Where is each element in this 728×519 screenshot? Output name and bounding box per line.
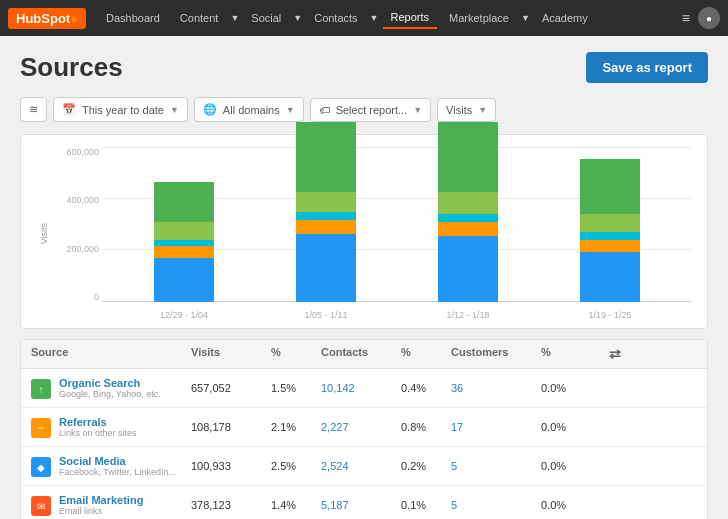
email-marketing-link[interactable]: Email Marketing [59,494,143,506]
stacked-bar-3 [438,122,498,302]
col-customers: Customers [451,346,541,362]
organic-contacts[interactable]: 10,142 [321,382,401,394]
col-visits: Visits [191,346,271,362]
col-contacts-pct: % [401,346,451,362]
page-title: Sources [20,52,123,83]
table-row: ↑ Organic Search Google, Bing, Yahoo, et… [21,369,707,408]
col-source: Source [31,346,191,362]
organic-search-link[interactable]: Organic Search [59,377,161,389]
email-marketing-icon: ✉ [31,496,51,516]
organic-contacts-pct: 0.4% [401,382,451,394]
social-customers[interactable]: 5 [451,460,541,472]
email-contacts-pct: 0.1% [401,499,451,511]
stacked-bar-1 [154,182,214,302]
chart-container: Visits 600,000 400,000 200,000 0 [20,134,708,329]
activity-icon: ≋ [29,103,38,116]
nav-contacts[interactable]: Contacts [306,8,365,28]
y-label-0: 0 [94,292,99,302]
nav-content[interactable]: Content [172,8,227,28]
email-contacts[interactable]: 5,187 [321,499,401,511]
chevron-down-icon: ▼ [170,105,179,115]
social-contacts[interactable]: 2,524 [321,460,401,472]
date-range-filter[interactable]: 📅 This year to date ▼ [53,97,188,122]
data-table: Source Visits % Contacts % Customers % ⇄… [20,339,708,519]
col-customers-pct: % [541,346,591,362]
table-row: ✉ Email Marketing Email links 378,123 1.… [21,486,707,519]
email-visits: 378,123 [191,499,271,511]
top-navigation: HubSpot● Dashboard Content ▼ Social ▼ Co… [0,0,728,36]
source-cell-organic: ↑ Organic Search Google, Bing, Yahoo, et… [31,377,191,399]
referrals-contacts[interactable]: 2,227 [321,421,401,433]
social-visits-pct: 2.5% [271,460,321,472]
organic-customers[interactable]: 36 [451,382,541,394]
referrals-contacts-pct: 0.8% [401,421,451,433]
metric-label: Visits [446,104,472,116]
referrals-customers-pct: 0.0% [541,421,591,433]
social-customers-pct: 0.0% [541,460,591,472]
social-media-desc: Facebook, Twitter, LinkedIn... [59,467,176,477]
domain-filter[interactable]: 🌐 All domains ▼ [194,97,304,122]
bar-group-3[interactable] [436,122,501,302]
user-avatar[interactable]: ● [698,7,720,29]
y-label-600k: 600,000 [66,147,99,157]
save-as-report-button[interactable]: Save as report [586,52,708,83]
nav-social[interactable]: Social [243,8,289,28]
bar-group-1[interactable] [152,182,217,302]
social-visits: 100,933 [191,460,271,472]
nav-reports[interactable]: Reports [383,7,438,29]
stacked-bar-4 [580,159,640,302]
calendar-icon: 📅 [62,103,76,116]
page-header: Sources Save as report [20,52,708,83]
bar-group-2[interactable] [294,122,359,302]
table-row: ~ Referrals Links on other sites 108,178… [21,408,707,447]
nav-right-controls: ≡ ● [682,7,720,29]
nav-academy[interactable]: Academy [534,8,596,28]
y-label-200k: 200,000 [66,244,99,254]
source-cell-referrals: ~ Referrals Links on other sites [31,416,191,438]
nav-marketplace[interactable]: Marketplace [441,8,517,28]
social-media-icon: ◆ [31,457,51,477]
metric-filter[interactable]: Visits ▼ [437,98,496,122]
globe-icon: 🌐 [203,103,217,116]
nav-dashboard[interactable]: Dashboard [98,8,168,28]
organic-customers-pct: 0.0% [541,382,591,394]
domain-label: All domains [223,104,280,116]
social-media-link[interactable]: Social Media [59,455,176,467]
report-label: Select report... [336,104,408,116]
organic-search-desc: Google, Bing, Yahoo, etc. [59,389,161,399]
x-label-4: 1/19 - 1/25 [578,310,643,320]
report-filter[interactable]: 🏷 Select report... ▼ [310,98,431,122]
x-label-1: 12/29 - 1/04 [152,310,217,320]
stacked-bar-2 [296,122,356,302]
menu-icon[interactable]: ≡ [682,10,690,26]
x-label-2: 1/05 - 1/11 [294,310,359,320]
email-customers-pct: 0.0% [541,499,591,511]
main-content: Sources Save as report ≋ 📅 This year to … [0,36,728,519]
referrals-customers[interactable]: 17 [451,421,541,433]
col-contacts: Contacts [321,346,401,362]
bar-group-4[interactable] [578,159,643,302]
source-cell-email: ✉ Email Marketing Email links [31,494,191,516]
y-axis-label: Visits [39,223,49,244]
col-visits-pct: % [271,346,321,362]
organic-search-icon: ↑ [31,379,51,399]
email-marketing-desc: Email links [59,506,143,516]
referrals-link[interactable]: Referrals [59,416,137,428]
email-customers[interactable]: 5 [451,499,541,511]
referrals-icon: ~ [31,418,51,438]
tag-icon: 🏷 [319,104,330,116]
referrals-visits-pct: 2.1% [271,421,321,433]
table-header: Source Visits % Contacts % Customers % ⇄ [21,340,707,369]
chevron-down-icon: ▼ [478,105,487,115]
sort-icon[interactable]: ⇄ [591,346,621,362]
source-cell-social: ◆ Social Media Facebook, Twitter, Linked… [31,455,191,477]
chevron-down-icon: ▼ [286,105,295,115]
email-visits-pct: 1.4% [271,499,321,511]
table-row: ◆ Social Media Facebook, Twitter, Linked… [21,447,707,486]
hubspot-logo: HubSpot● [8,8,86,29]
social-contacts-pct: 0.2% [401,460,451,472]
referrals-visits: 108,178 [191,421,271,433]
filter-bar: ≋ 📅 This year to date ▼ 🌐 All domains ▼ … [20,97,708,122]
activity-filter-button[interactable]: ≋ [20,97,47,122]
chevron-down-icon: ▼ [413,105,422,115]
